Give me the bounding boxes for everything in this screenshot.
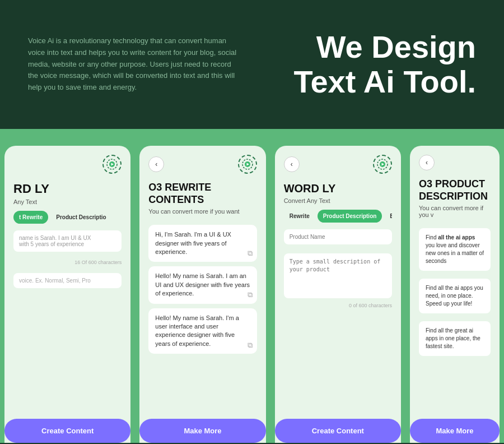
- card3-char-count: 0 of 600 characters: [284, 303, 392, 308]
- card4-topbar: ‹: [419, 155, 491, 170]
- card1-create-btn[interactable]: Create Content: [4, 419, 130, 443]
- card2-topbar: ‹: [148, 155, 256, 174]
- card4-subtitle: You can convert more if you v: [419, 205, 491, 218]
- card2-title: O3 REWRITE CONTENTS: [148, 182, 256, 206]
- header-right: We Design Text Ai Tool.: [293, 30, 476, 99]
- product-name-input[interactable]: [284, 229, 392, 244]
- headline: We Design Text Ai Tool.: [293, 30, 476, 99]
- headline-line1: We Design: [316, 29, 476, 64]
- tab-blog-card3[interactable]: Blog lo: [384, 210, 392, 223]
- cards-section: RD LY Any Text t Rewrite Product Descrip…: [0, 129, 504, 443]
- card4-make-more-btn[interactable]: Make More: [410, 419, 500, 443]
- card3-back-btn[interactable]: ‹: [284, 156, 300, 172]
- card1-topbar: [13, 155, 122, 174]
- result-item-3: Find all the great ai apps in one place,…: [419, 321, 491, 356]
- tab-product-desc-card3[interactable]: Product Description: [318, 210, 382, 223]
- card2-back-btn[interactable]: ‹: [148, 156, 164, 172]
- card4-back-btn[interactable]: ‹: [419, 155, 435, 170]
- card1-voice-input[interactable]: voice. Ex. Normal, Semi, Pro: [13, 273, 122, 288]
- card1-char-count: 16 Of 600 characters: [13, 260, 122, 265]
- card1-title: RD LY: [13, 182, 122, 196]
- card1-text-input[interactable]: name is Sarah. I am UI & UXwith 5 years …: [13, 230, 122, 252]
- card1-subtitle: Any Text: [13, 198, 122, 205]
- voice-badge-card3: [373, 155, 392, 174]
- header-section: Voice Ai is a revolutionary technology t…: [0, 0, 504, 129]
- copy-icon-3[interactable]: ⧉: [248, 340, 253, 350]
- header-description: Voice Ai is a revolutionary technology t…: [28, 35, 241, 94]
- copy-icon-1[interactable]: ⧉: [248, 248, 253, 258]
- card3-input-area: 0 of 600 characters: [284, 229, 392, 419]
- result-item-1: Find all the ai apps you love and discov…: [419, 228, 491, 271]
- card3-create-btn[interactable]: Create Content: [275, 419, 401, 443]
- card2-make-more-btn[interactable]: Make More: [139, 419, 265, 443]
- card4-title: O3 PRODUCT DESCRIPTION: [419, 178, 491, 202]
- tab-rewrite-card3[interactable]: Rewrite: [284, 210, 315, 223]
- chat-bubble-1: Hi, I'm Sarah. I'm a UI & UX designer wi…: [148, 225, 256, 262]
- copy-icon-2[interactable]: ⧉: [248, 290, 253, 300]
- card2-chat-area: Hi, I'm Sarah. I'm a UI & UX designer wi…: [148, 225, 256, 419]
- card3-topbar: ‹: [284, 155, 392, 174]
- card-product-description-results: ‹ O3 PRODUCT DESCRIPTION You can convert…: [410, 146, 500, 443]
- card1-tabs: t Rewrite Product Descriptio: [13, 211, 122, 224]
- card-rewrite-contents: ‹ O3 REWRITE CONTENTS You can convert mo…: [139, 146, 265, 443]
- headline-line2: Text Ai Tool.: [293, 64, 476, 99]
- card-wordly-product: ‹ WORD LY Convert Any Text Rewrite Produ…: [275, 146, 401, 443]
- card3-subtitle: Convert Any Text: [284, 197, 392, 204]
- header-left: Voice Ai is a revolutionary technology t…: [28, 35, 241, 94]
- card3-title: WORD LY: [284, 182, 392, 195]
- voice-badge-card1: [102, 155, 122, 174]
- voice-badge-card2: [238, 155, 257, 174]
- card-wordly-rewrite: RD LY Any Text t Rewrite Product Descrip…: [4, 146, 130, 443]
- chat-bubble-3: Hello! My name is Sarah. I'm a user inte…: [148, 308, 256, 354]
- card1-chat-area: name is Sarah. I am UI & UXwith 5 years …: [13, 230, 122, 419]
- product-desc-textarea[interactable]: [284, 253, 392, 298]
- card4-results-area: Find all the ai apps you love and discov…: [419, 228, 491, 419]
- tab-product-card1[interactable]: Product Descriptio: [50, 211, 111, 224]
- chat-bubble-2: Hello! My name is Sarah. I am an UI and …: [148, 266, 256, 303]
- result-item-2: Find all the ai apps you need, in one pl…: [419, 279, 491, 313]
- card2-subtitle: You can convert more if you want: [148, 208, 256, 215]
- card3-tabs: Rewrite Product Description Blog lo: [284, 210, 392, 223]
- tab-rewrite-card1[interactable]: t Rewrite: [13, 211, 48, 224]
